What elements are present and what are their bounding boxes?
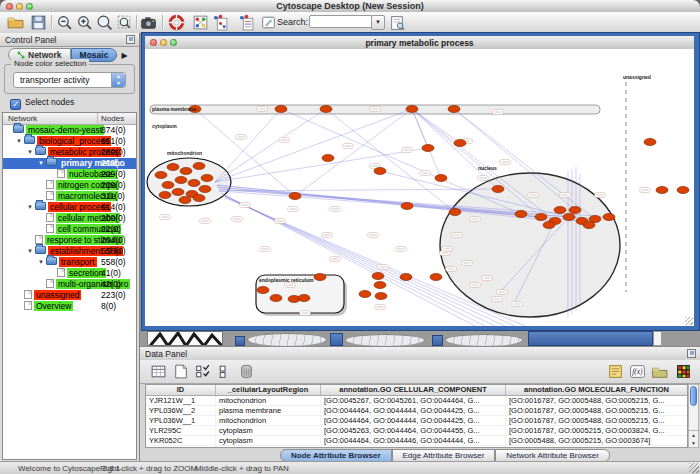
table-cell[interactable]: [GO:0016787, GO:0005488, GO:0005215, G..… xyxy=(506,446,688,448)
network-node[interactable] xyxy=(603,213,615,220)
table-cell[interactable]: YJR121W__1 xyxy=(146,396,216,405)
table-cell[interactable]: [GO:0045267, GO:0045261, GO:0044464, G..… xyxy=(321,396,506,405)
table-cell[interactable]: [GO:0016787, GO:0005488, GO:0005215, G..… xyxy=(506,416,688,425)
network-graph[interactable]: plasma membranecytoplasmmitochondrionnuc… xyxy=(145,49,694,326)
table-cell[interactable]: [GO:0016787, GO:0005488, GO:0005215, G..… xyxy=(506,406,688,415)
tree-row[interactable]: response to stimulu264(0) xyxy=(3,235,136,246)
tree-row[interactable]: cellular metabol209(0) xyxy=(3,213,136,224)
background-window-fragment[interactable] xyxy=(445,334,523,346)
float-panel-icon[interactable] xyxy=(687,349,696,358)
network-node[interactable] xyxy=(180,167,192,174)
table-column-header[interactable]: annotation.GO MOLECULAR_FUNCTION xyxy=(506,385,688,395)
table-column-header[interactable]: ID xyxy=(146,385,216,395)
network-node[interactable] xyxy=(554,206,566,213)
table-row[interactable]: YKR052Ccytoplasm[GO:0044464, GO:0044446,… xyxy=(146,436,687,446)
network-node[interactable] xyxy=(175,176,187,183)
table-cell[interactable]: mitochondrion xyxy=(216,416,321,425)
network-node[interactable] xyxy=(159,191,171,198)
network-node[interactable] xyxy=(569,206,581,213)
table-cell[interactable]: YKR052C xyxy=(146,436,216,445)
tree-column-network[interactable]: Network xyxy=(8,114,37,123)
network-node[interactable] xyxy=(193,162,205,169)
network-node[interactable] xyxy=(448,105,460,112)
network-node[interactable] xyxy=(199,185,211,192)
network-node[interactable] xyxy=(322,154,334,161)
new-attribute-icon[interactable] xyxy=(172,363,189,380)
network-node[interactable] xyxy=(492,185,504,192)
network-node[interactable] xyxy=(179,196,191,203)
app-resize-grip[interactable] xyxy=(689,463,699,473)
network-node[interactable] xyxy=(543,221,555,228)
function-builder-icon[interactable]: f(x) xyxy=(629,363,646,380)
background-window-fragment[interactable] xyxy=(235,336,245,346)
background-window-resize-grip[interactable] xyxy=(653,331,662,346)
disclosure-arrow-icon[interactable]: ▼ xyxy=(27,147,35,158)
tree-row[interactable]: nucleobase-209(0) xyxy=(3,169,136,180)
table-row[interactable]: YLR295Ccytoplasm[GO:0045263, GO:0044464,… xyxy=(146,426,687,436)
import-network-icon[interactable] xyxy=(212,14,229,31)
snapshot-icon[interactable] xyxy=(140,14,157,31)
network-node[interactable] xyxy=(677,186,689,193)
network-node[interactable] xyxy=(454,139,466,146)
network-node[interactable] xyxy=(406,105,418,112)
search-dropdown-arrow[interactable]: ▼ xyxy=(371,15,385,30)
unselect-attributes-icon[interactable] xyxy=(216,363,233,380)
disclosure-arrow-icon[interactable]: ▼ xyxy=(16,136,24,147)
network-node[interactable] xyxy=(374,167,386,174)
tree-row[interactable]: cell communicat22(0) xyxy=(3,224,136,235)
table-row[interactable]: YDR039C__1mitochondrion[GO:0044464, GO:0… xyxy=(146,446,687,448)
network-node[interactable] xyxy=(167,163,179,170)
search-advanced-icon[interactable] xyxy=(389,14,406,31)
background-window-fragment[interactable] xyxy=(147,331,223,346)
network-node[interactable] xyxy=(644,138,656,145)
table-cell[interactable]: cytoplasm xyxy=(216,436,321,445)
table-cell[interactable]: [GO:0044464, GO:0044444, GO:0044425, G..… xyxy=(321,406,506,415)
table-cell[interactable]: YPL036W__1 xyxy=(146,416,216,425)
window-resize-grip[interactable] xyxy=(685,317,693,325)
scrollbar-arrows[interactable]: ▲▼ xyxy=(689,430,698,447)
network-canvas[interactable]: plasma membranecytoplasmmitochondrionnuc… xyxy=(145,49,694,326)
network-node[interactable] xyxy=(515,210,527,217)
table-cell[interactable]: [GO:0005488, GO:0005215, GO:0003674] xyxy=(506,436,688,445)
tree-row[interactable]: ▼establishment of lo558(0) xyxy=(3,246,136,257)
background-window-fragment[interactable] xyxy=(432,335,443,346)
tab-overflow-arrow[interactable]: ▶ xyxy=(121,51,127,60)
network-node[interactable] xyxy=(162,181,174,188)
network-node[interactable] xyxy=(298,294,310,301)
import-attributes-icon[interactable] xyxy=(238,14,255,31)
tree-row[interactable]: macromolecule311(0) xyxy=(3,191,136,202)
network-node[interactable] xyxy=(430,273,442,280)
network-node[interactable] xyxy=(401,202,413,209)
create-network-icon[interactable] xyxy=(192,14,209,31)
tree-row[interactable]: ▼cellular process614(0) xyxy=(3,202,136,213)
panel-settings-icon[interactable] xyxy=(607,363,624,380)
tree-row[interactable]: multi-organism pro42(0) xyxy=(3,279,136,290)
table-cell[interactable]: [GO:0045263, GO:0044464, GO:0044455, G..… xyxy=(321,426,506,435)
network-node[interactable] xyxy=(188,179,200,186)
table-cell[interactable]: [GO:0016787, GO:0005215, GO:0003824, G..… xyxy=(506,426,688,435)
save-session-icon[interactable] xyxy=(30,14,47,31)
network-node[interactable] xyxy=(372,272,384,279)
tree-row[interactable]: ▼metabolic process280(0) xyxy=(3,147,136,158)
annotation-icon[interactable] xyxy=(260,14,277,31)
network-node[interactable] xyxy=(400,273,412,280)
network-node[interactable] xyxy=(374,281,386,288)
table-cell[interactable]: [GO:0044464, GO:0044444, GO:0044425, G..… xyxy=(321,416,506,425)
network-node[interactable] xyxy=(583,221,595,228)
network-node[interactable] xyxy=(155,171,167,178)
network-node[interactable] xyxy=(359,290,371,297)
network-node[interactable] xyxy=(270,294,282,301)
tree-row[interactable]: unassigned223(0) xyxy=(3,290,136,301)
network-node[interactable] xyxy=(375,292,387,299)
network-node[interactable] xyxy=(435,174,447,181)
network-node[interactable] xyxy=(201,174,213,181)
table-cell[interactable]: plasma membrane xyxy=(216,406,321,415)
search-input[interactable] xyxy=(309,15,373,28)
table-cell[interactable]: YPL036W__2 xyxy=(146,406,216,415)
zoom-out-icon[interactable] xyxy=(56,14,73,31)
table-cell[interactable]: [GO:0044464, GO:0044444, GO:0044425, G..… xyxy=(321,446,506,448)
zoom-in-icon[interactable] xyxy=(76,14,93,31)
tree-column-nodes[interactable]: Nodes xyxy=(101,114,124,123)
network-node[interactable] xyxy=(656,186,668,193)
table-cell[interactable]: YLR295C xyxy=(146,426,216,435)
